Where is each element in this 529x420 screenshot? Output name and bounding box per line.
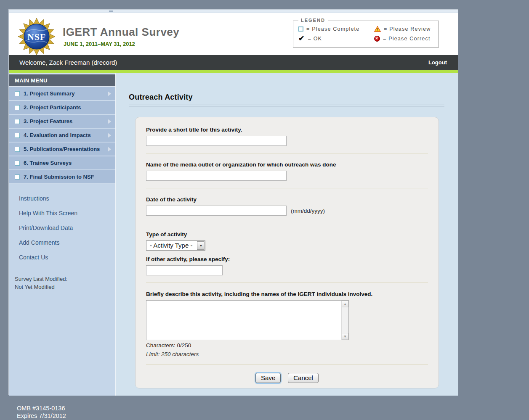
- section-divider: [146, 365, 428, 365]
- submenu-arrow-icon: [108, 147, 111, 152]
- legend-box: LEGEND = Please Complete ! = Please Revi…: [293, 21, 439, 48]
- legend-complete-label: = Please Complete: [306, 26, 359, 32]
- link-contact-us[interactable]: Contact Us: [19, 254, 115, 261]
- complete-checkbox-icon: [15, 91, 20, 96]
- sidebar-item-project-summary[interactable]: 1. Project Summary: [9, 87, 115, 101]
- accent-stripe: [9, 70, 458, 73]
- sidebar-item-evaluation-impacts[interactable]: 4. Evaluation and Impacts: [9, 129, 115, 143]
- legend-item-correct: ✕ = Please Correct: [374, 36, 434, 42]
- survey-date-range: JUNE 1, 2011–MAY 31, 2012: [64, 41, 135, 47]
- user-bar: Welcome, Zack Freeman (drecord) Logout: [9, 55, 458, 70]
- legend-correct-label: = Please Correct: [383, 36, 431, 42]
- omb-number: OMB #3145-0136: [17, 404, 66, 412]
- link-add-comments[interactable]: Add Comments: [19, 239, 115, 246]
- app-title: IGERT Annual Survey: [63, 26, 179, 39]
- link-instructions[interactable]: Instructions: [19, 195, 115, 202]
- scrollbar-thumb[interactable]: [109, 11, 113, 12]
- title-divider: [129, 105, 444, 106]
- describe-activity-label: Briefly describe this activity, includin…: [146, 291, 428, 297]
- legend-review-label: = Please Review: [384, 26, 431, 32]
- ok-check-icon: ✔: [298, 36, 305, 41]
- selected-option: - Activity Type -: [146, 241, 197, 250]
- legend-item-review: ! = Please Review: [374, 26, 434, 32]
- characters-counter: Characters: 0/250: [146, 342, 428, 349]
- please-complete-icon: [298, 26, 303, 32]
- sidebar-item-project-features[interactable]: 3. Project Features: [9, 115, 115, 129]
- svg-text:!: !: [377, 27, 379, 32]
- link-help-with-this-screen[interactable]: Help With This Screen: [19, 210, 115, 217]
- sidebar-links: Instructions Help With This Screen Print…: [9, 184, 115, 261]
- legend-item-complete: = Please Complete: [298, 26, 374, 32]
- date-format-hint: (mm/dd/yyyy): [291, 208, 325, 214]
- legend-title: LEGEND: [298, 18, 328, 23]
- complete-checkbox-icon: [15, 133, 20, 138]
- other-activity-label: If other activity, please specify:: [146, 256, 428, 262]
- sidebar-item-label: 2. Project Participants: [24, 104, 81, 111]
- welcome-text: Welcome, Zack Freeman (drecord): [19, 59, 117, 66]
- dropdown-arrow-icon[interactable]: ▼: [197, 241, 205, 250]
- main-menu-header: MAIN MENU: [9, 74, 115, 87]
- survey-last-modified: Survey Last Modified: Not Yet Modified: [9, 271, 115, 295]
- short-title-label: Provide a short title for this activity.: [146, 127, 428, 133]
- submenu-arrow-icon: [108, 133, 111, 138]
- sidebar-item-trainee-surveys[interactable]: 6. Trainee Surveys: [9, 156, 115, 170]
- short-title-input[interactable]: [146, 136, 287, 146]
- section-divider: [146, 283, 428, 283]
- form-actions: Save Cancel: [146, 373, 428, 383]
- survey-window: NSF IGERT Annual Survey JUNE 1, 2011–MAY…: [8, 9, 458, 395]
- section-divider: [146, 153, 428, 153]
- scroll-down-icon[interactable]: ▼: [342, 333, 348, 340]
- save-button[interactable]: Save: [255, 373, 281, 383]
- other-activity-input[interactable]: [146, 265, 223, 275]
- sidebar-item-publications-presentations[interactable]: 5. Publications/Presentations: [9, 143, 115, 156]
- activity-type-label: Type of activity: [146, 231, 428, 238]
- complete-checkbox-icon: [15, 105, 20, 110]
- media-outlet-label: Name of the media outlet or organization…: [146, 161, 428, 168]
- link-print-download-data[interactable]: Print/Download Data: [19, 225, 115, 231]
- section-divider: [146, 188, 428, 188]
- section-divider: [146, 223, 428, 223]
- sidebar-item-label: 4. Evaluation and Impacts: [24, 132, 91, 138]
- legend-item-ok: ✔ = OK: [298, 36, 374, 42]
- complete-checkbox-icon: [15, 147, 20, 152]
- please-correct-icon: ✕: [374, 36, 380, 42]
- sidebar-item-final-submission[interactable]: 7. Final Submission to NSF: [9, 170, 115, 184]
- sidebar-item-project-participants[interactable]: 2. Project Participants: [9, 101, 115, 115]
- activity-date-label: Date of the activity: [146, 196, 428, 203]
- nsf-logo-icon: NSF: [18, 18, 55, 55]
- describe-activity-textarea-frame: ▲ ▼: [146, 300, 349, 340]
- omb-footer: OMB #3145-0136 Expires 7/31/2012: [17, 404, 66, 420]
- complete-checkbox-icon: [15, 119, 20, 124]
- logout-link[interactable]: Logout: [428, 59, 447, 66]
- window-top-strip: [9, 10, 458, 13]
- outreach-activity-form: Provide a short title for this activity.…: [135, 117, 439, 388]
- last-modified-label: Survey Last Modified:: [15, 275, 109, 283]
- omb-expires: Expires 7/31/2012: [17, 412, 66, 420]
- sidebar-item-label: 7. Final Submission to NSF: [24, 174, 94, 180]
- sidebar-item-label: 5. Publications/Presentations: [24, 146, 100, 152]
- media-outlet-input[interactable]: [146, 171, 287, 181]
- complete-checkbox-icon: [15, 161, 20, 166]
- activity-date-input[interactable]: [146, 206, 287, 216]
- complete-checkbox-icon: [15, 174, 20, 180]
- warning-icon: !: [374, 26, 381, 32]
- page-title: Outreach Activity: [129, 93, 458, 102]
- sidebar-item-label: 6. Trainee Surveys: [24, 160, 72, 166]
- scroll-up-icon[interactable]: ▲: [342, 301, 348, 307]
- nsf-logo-text: NSF: [27, 32, 46, 42]
- describe-activity-textarea[interactable]: [146, 301, 341, 340]
- submenu-arrow-icon: [108, 119, 111, 124]
- cancel-button[interactable]: Cancel: [288, 373, 319, 383]
- activity-type-select[interactable]: - Activity Type - ▼: [146, 240, 205, 251]
- sidebar: MAIN MENU 1. Project Summary 2. Project …: [9, 73, 116, 396]
- sidebar-item-label: 1. Project Summary: [24, 90, 74, 97]
- sidebar-item-label: 3. Project Features: [24, 118, 72, 124]
- main-content: Outreach Activity Provide a short title …: [116, 73, 458, 396]
- last-modified-value: Not Yet Modified: [15, 283, 109, 291]
- submenu-arrow-icon: [108, 91, 111, 96]
- page-header: NSF IGERT Annual Survey JUNE 1, 2011–MAY…: [9, 13, 458, 55]
- characters-limit-note: Limit: 250 characters: [146, 351, 428, 357]
- legend-ok-label: = OK: [308, 36, 322, 42]
- textarea-scrollbar[interactable]: ▲ ▼: [341, 301, 348, 340]
